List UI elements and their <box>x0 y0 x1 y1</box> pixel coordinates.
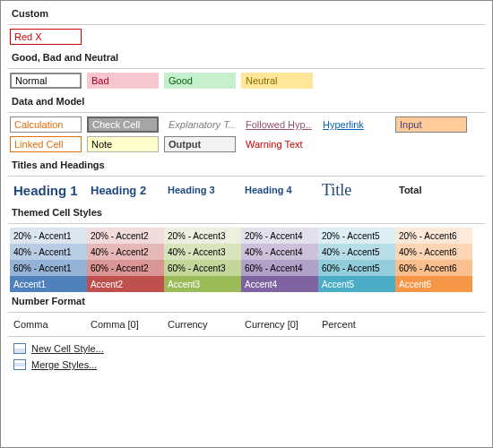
divider <box>8 24 485 25</box>
style-60pct-accent5[interactable]: 60% - Accent5 <box>318 260 395 276</box>
style-20pct-accent1[interactable]: 20% - Accent1 <box>10 228 87 244</box>
data-model-row-1: Calculation Check Cell Explanatory T... … <box>8 116 485 133</box>
style-hyperlink[interactable]: Hyperlink <box>318 116 390 133</box>
style-neutral[interactable]: Neutral <box>241 73 313 89</box>
style-accent5[interactable]: Accent5 <box>318 276 395 292</box>
style-bad[interactable]: Bad <box>87 73 159 89</box>
style-20pct-accent6[interactable]: 20% - Accent6 <box>395 228 472 244</box>
style-good[interactable]: Good <box>164 73 236 89</box>
section-title-gbn: Good, Bad and Neutral <box>8 48 485 66</box>
style-accent3[interactable]: Accent3 <box>164 276 241 292</box>
style-40pct-accent6[interactable]: 40% - Accent6 <box>395 244 472 260</box>
style-currency-0[interactable]: Currency [0] <box>241 316 313 332</box>
style-60pct-accent3[interactable]: 60% - Accent3 <box>164 260 241 276</box>
cell-styles-gallery: Custom Red X Good, Bad and Neutral Norma… <box>1 1 492 376</box>
style-calculation[interactable]: Calculation <box>10 116 82 133</box>
section-title-custom: Custom <box>8 4 485 22</box>
style-20pct-accent2[interactable]: 20% - Accent2 <box>87 228 164 244</box>
style-accent4[interactable]: Accent4 <box>241 276 318 292</box>
style-total[interactable]: Total <box>395 180 467 200</box>
custom-row: Red X <box>8 29 485 45</box>
section-title-number-format: Number Format <box>8 292 485 310</box>
divider <box>8 68 485 69</box>
style-40pct-accent3[interactable]: 40% - Accent3 <box>164 244 241 260</box>
merge-styles-icon <box>13 359 26 370</box>
themed-row: Accent1Accent2Accent3Accent4Accent5Accen… <box>8 276 485 292</box>
number-format-row: Comma Comma [0] Currency Currency [0] Pe… <box>8 316 485 332</box>
style-note[interactable]: Note <box>87 136 159 152</box>
style-linked-cell[interactable]: Linked Cell <box>10 136 82 152</box>
themed-row: 20% - Accent120% - Accent220% - Accent32… <box>8 228 485 244</box>
style-60pct-accent1[interactable]: 60% - Accent1 <box>10 260 87 276</box>
divider <box>8 223 485 224</box>
style-red-x[interactable]: Red X <box>10 29 82 45</box>
style-warning-text[interactable]: Warning Text <box>241 136 313 152</box>
new-style-icon <box>13 343 26 354</box>
merge-styles-label: Merge Styles... <box>31 359 97 370</box>
data-model-row-2: Linked Cell Note Output Warning Text <box>8 136 485 152</box>
style-input[interactable]: Input <box>395 116 467 133</box>
merge-styles-button[interactable]: Merge Styles... <box>8 357 485 373</box>
style-40pct-accent5[interactable]: 40% - Accent5 <box>318 244 395 260</box>
style-percent[interactable]: Percent <box>318 316 390 332</box>
section-title-themed: Themed Cell Styles <box>8 203 485 221</box>
style-heading-1[interactable]: Heading 1 <box>10 180 82 200</box>
themed-row: 60% - Accent160% - Accent260% - Accent36… <box>8 260 485 276</box>
style-heading-2[interactable]: Heading 2 <box>87 180 159 200</box>
style-60pct-accent4[interactable]: 60% - Accent4 <box>241 260 318 276</box>
style-60pct-accent2[interactable]: 60% - Accent2 <box>87 260 164 276</box>
style-20pct-accent5[interactable]: 20% - Accent5 <box>318 228 395 244</box>
style-normal[interactable]: Normal <box>10 73 82 89</box>
style-output[interactable]: Output <box>164 136 236 152</box>
divider <box>8 312 485 313</box>
style-currency[interactable]: Currency <box>164 316 236 332</box>
new-cell-style-label: New Cell Style... <box>31 343 104 354</box>
divider <box>8 112 485 113</box>
style-check-cell[interactable]: Check Cell <box>87 116 159 133</box>
style-heading-4[interactable]: Heading 4 <box>241 180 313 200</box>
style-explanatory-text[interactable]: Explanatory T... <box>164 116 236 133</box>
style-60pct-accent6[interactable]: 60% - Accent6 <box>395 260 472 276</box>
section-title-data-model: Data and Model <box>8 92 485 110</box>
style-accent6[interactable]: Accent6 <box>395 276 472 292</box>
style-comma-0[interactable]: Comma [0] <box>87 316 159 332</box>
divider <box>8 176 485 177</box>
style-title[interactable]: Title <box>318 180 390 200</box>
style-20pct-accent3[interactable]: 20% - Accent3 <box>164 228 241 244</box>
style-comma[interactable]: Comma <box>10 316 82 332</box>
style-followed-hyperlink[interactable]: Followed Hyp... <box>241 116 313 133</box>
style-20pct-accent4[interactable]: 20% - Accent4 <box>241 228 318 244</box>
titles-row: Heading 1 Heading 2 Heading 3 Heading 4 … <box>8 180 485 200</box>
style-40pct-accent4[interactable]: 40% - Accent4 <box>241 244 318 260</box>
divider <box>8 336 485 337</box>
style-40pct-accent1[interactable]: 40% - Accent1 <box>10 244 87 260</box>
style-heading-3[interactable]: Heading 3 <box>164 180 236 200</box>
section-title-titles: Titles and Headings <box>8 156 485 174</box>
new-cell-style-button[interactable]: New Cell Style... <box>8 340 485 357</box>
style-40pct-accent2[interactable]: 40% - Accent2 <box>87 244 164 260</box>
themed-row: 40% - Accent140% - Accent240% - Accent34… <box>8 244 485 260</box>
gbn-row: Normal Bad Good Neutral <box>8 73 485 89</box>
themed-grid: 20% - Accent120% - Accent220% - Accent32… <box>8 228 485 292</box>
style-accent2[interactable]: Accent2 <box>87 276 164 292</box>
style-accent1[interactable]: Accent1 <box>10 276 87 292</box>
